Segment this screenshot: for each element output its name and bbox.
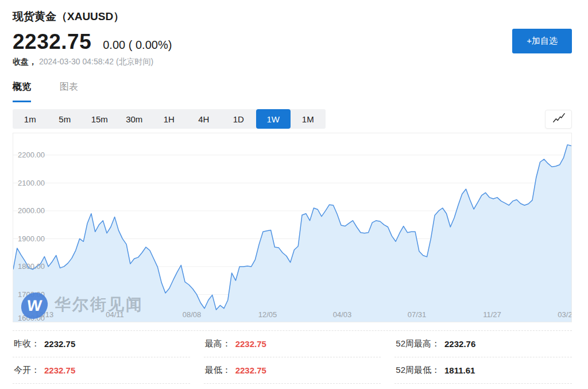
svg-text:08/08: 08/08 — [183, 310, 202, 319]
last-price: 2232.75 — [13, 30, 91, 54]
tab-overview[interactable]: 概览 — [13, 81, 31, 102]
quote-timestamp: 2024-03-30 04:58:42 (北京时间) — [39, 57, 153, 66]
svg-text:04/03: 04/03 — [333, 310, 352, 319]
stat-label: 最高： — [205, 338, 231, 349]
interval-button-1m[interactable]: 1m — [13, 109, 48, 129]
stat-label: 今开： — [14, 365, 40, 376]
stat-value: 2232.76 — [444, 339, 475, 349]
interval-button-1w[interactable]: 1W — [256, 109, 291, 129]
svg-text:1700.00: 1700.00 — [18, 290, 45, 299]
stat-52w-low: 52周最低： 1811.61 — [394, 357, 572, 384]
chart-canvas[interactable]: 2200.002100.002000.001900.001800.001700.… — [13, 133, 571, 322]
svg-text:04/11: 04/11 — [106, 310, 124, 319]
tab-chart[interactable]: 图表 — [60, 81, 78, 102]
stat-label: 52周最低： — [396, 365, 440, 376]
chart-type-button[interactable] — [545, 110, 572, 129]
interval-button-30m[interactable]: 30m — [117, 109, 152, 129]
svg-text:2000.00: 2000.00 — [18, 206, 45, 215]
stat-label: 52周最高： — [396, 338, 440, 349]
add-watchlist-button[interactable]: +加自选 — [512, 29, 572, 53]
stat-open: 今开： 2232.75 — [13, 357, 190, 384]
stat-prev-close: 昨收： 2232.75 — [13, 331, 190, 357]
stat-value: 2232.75 — [44, 365, 75, 375]
interval-button-1d[interactable]: 1D — [221, 109, 256, 129]
interval-button-1h[interactable]: 1H — [152, 109, 187, 129]
view-tabs: 概览 图表 — [13, 81, 572, 102]
stat-high: 最高： 2232.75 — [204, 331, 381, 357]
interval-button-1m-month[interactable]: 1M — [291, 109, 326, 129]
stat-value: 2232.75 — [44, 339, 75, 349]
svg-text:2100.00: 2100.00 — [18, 179, 45, 187]
interval-button-15m[interactable]: 15m — [82, 109, 117, 129]
stat-low: 最低： 2232.75 — [204, 357, 381, 384]
chart-toolbar: 1m 5m 15m 30m 1H 4H 1D 1W 1M — [13, 109, 572, 129]
stat-value: 2232.75 — [235, 365, 266, 375]
svg-text:12/05: 12/05 — [258, 310, 277, 319]
svg-text:03/2: 03/2 — [558, 310, 571, 319]
stat-value: 1811.61 — [444, 365, 475, 375]
stat-value: 2232.75 — [235, 339, 266, 349]
price-chart[interactable]: 2200.002100.002000.001900.001800.001700.… — [13, 133, 572, 322]
svg-text:2200.00: 2200.00 — [18, 151, 45, 159]
market-status-row: 收盘，2024-03-30 04:58:42 (北京时间) — [13, 57, 572, 67]
quote-stats: 昨收： 2232.75 最高： 2232.75 52周最高： 2232.76 今… — [13, 330, 572, 384]
price-row: 2232.75 0.00 ( 0.00%) — [13, 30, 572, 54]
svg-text:07/31: 07/31 — [408, 310, 427, 319]
svg-text:1800.00: 1800.00 — [18, 262, 45, 271]
line-chart-icon — [551, 111, 566, 126]
market-status: 收盘， — [13, 57, 37, 66]
interval-button-4h[interactable]: 4H — [187, 109, 222, 129]
svg-text:1900.00: 1900.00 — [18, 234, 45, 243]
price-change: 0.00 ( 0.00%) — [103, 38, 172, 52]
instrument-title: 现货黄金（XAUUSD） — [13, 0, 572, 24]
stat-52w-high: 52周最高： 2232.76 — [394, 331, 572, 357]
quote-page: 现货黄金（XAUUSD） +加自选 2232.75 0.00 ( 0.00%) … — [0, 0, 588, 384]
stat-label: 最低： — [205, 365, 231, 376]
svg-text:11/27: 11/27 — [483, 310, 501, 319]
stat-label: 昨收： — [14, 338, 40, 349]
svg-text:12/13: 12/13 — [35, 310, 54, 319]
interval-button-5m[interactable]: 5m — [48, 109, 83, 129]
interval-button-group: 1m 5m 15m 30m 1H 4H 1D 1W 1M — [13, 109, 326, 129]
